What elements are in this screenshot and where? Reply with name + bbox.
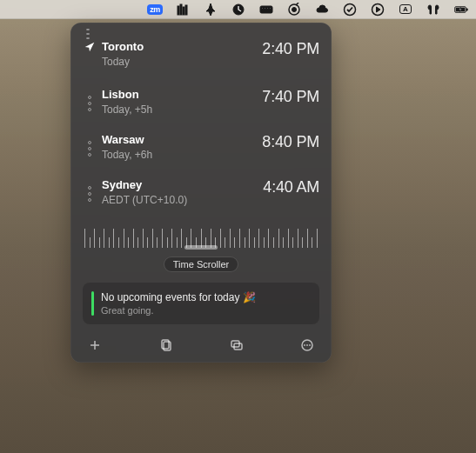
event-title: No upcoming events for today 🎉: [101, 291, 256, 303]
svg-point-22: [304, 344, 305, 346]
event-subtitle: Great going.: [101, 305, 256, 316]
svg-rect-15: [466, 8, 467, 10]
svg-rect-3: [185, 5, 187, 15]
scroller-label: Time Scroller: [164, 256, 238, 272]
play-icon[interactable]: [370, 2, 385, 17]
event-accent-bar: [91, 291, 94, 316]
city-time: 4:40 AM: [263, 178, 319, 206]
more-button[interactable]: [298, 336, 316, 354]
city-name: Toronto: [102, 40, 262, 53]
city-name: Warsaw: [102, 133, 262, 146]
clock-icon[interactable]: [231, 2, 246, 17]
zoom-icon[interactable]: zm: [147, 2, 163, 17]
svg-rect-0: [178, 6, 179, 15]
cloud-icon[interactable]: [314, 2, 330, 17]
battery-charging-icon[interactable]: [453, 2, 469, 17]
timezone-row[interactable]: Toronto Today 2:40 PM: [83, 35, 319, 80]
svg-point-11: [292, 7, 297, 11]
svg-rect-2: [183, 7, 184, 15]
drag-handle-icon[interactable]: [83, 133, 97, 161]
svg-rect-1: [180, 4, 182, 15]
world-clock-panel: Toronto Today 2:40 PM Lisbon Today, +5h …: [70, 23, 332, 363]
city-sub: AEDT (UTC+10.0): [102, 194, 263, 206]
svg-point-24: [309, 344, 311, 346]
events-card[interactable]: No upcoming events for today 🎉 Great goi…: [83, 283, 319, 324]
vpn-icon[interactable]: [286, 2, 302, 17]
timezone-row[interactable]: Lisbon Today, +5h 7:40 PM: [83, 83, 319, 128]
add-button[interactable]: [86, 336, 104, 354]
drag-handle-icon[interactable]: [83, 88, 97, 116]
rocket-icon[interactable]: [203, 2, 218, 17]
city-time: 7:40 PM: [262, 88, 319, 116]
svg-point-23: [306, 344, 308, 346]
location-arrow-icon: [83, 40, 97, 68]
timezone-row[interactable]: Warsaw Today, +6h 8:40 PM: [83, 128, 319, 173]
timezone-row[interactable]: Sydney AEDT (UTC+10.0) 4:40 AM: [83, 173, 319, 218]
city-sub: Today: [102, 56, 262, 68]
equalizer-icon[interactable]: [175, 2, 191, 17]
scroller-ticks: [83, 222, 319, 248]
text-box-icon[interactable]: A: [398, 2, 413, 17]
city-name: Sydney: [102, 178, 263, 191]
svg-rect-6: [262, 8, 264, 10]
city-time: 8:40 PM: [262, 133, 319, 161]
city-sub: Today, +5h: [102, 103, 262, 116]
keyboard-icon[interactable]: [258, 2, 274, 17]
time-scroller[interactable]: Time Scroller: [83, 222, 319, 272]
menu-bar: zm A: [0, 0, 476, 19]
city-time: 2:40 PM: [262, 40, 319, 68]
copy-button[interactable]: [157, 336, 174, 354]
window-button[interactable]: [228, 336, 245, 354]
panel-footer: [83, 336, 319, 354]
drag-handle-icon[interactable]: [83, 178, 97, 206]
svg-rect-8: [267, 8, 269, 10]
task-check-icon[interactable]: [342, 2, 358, 17]
city-sub: Today, +6h: [102, 149, 262, 161]
city-name: Lisbon: [102, 88, 262, 101]
airpods-icon[interactable]: [426, 2, 441, 17]
svg-rect-9: [270, 8, 272, 10]
svg-rect-7: [265, 8, 266, 10]
